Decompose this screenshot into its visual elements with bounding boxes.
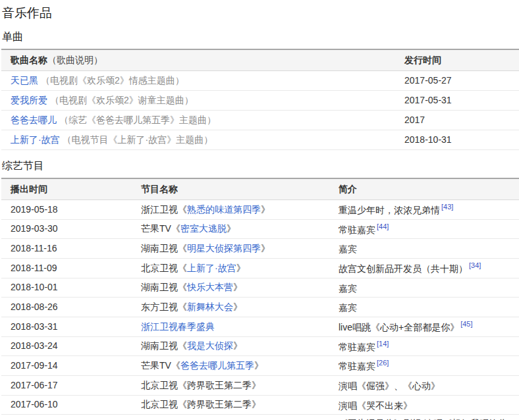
air-date: 2018-10-01 [1,278,132,298]
intro-text: 常驻嘉宾 [339,341,375,352]
release-date: 2018-10-31 [395,130,519,150]
air-date: 2017-09-14 [1,356,132,376]
intro-cell: 嘉宾 [329,298,519,317]
intro-cell: 重温少年时，浓浓兄弟情[43] [329,200,519,220]
program-cell: 北京卫视《上新了·故宫》 [132,258,329,278]
section-title-music-works: 音乐作品 [2,5,519,21]
table-row: 2019-03-30 芒果TV《密室大逃脱》 常驻嘉宾[44] [1,219,519,239]
program-cell: 北京卫视《跨界歌王第二季》 [132,375,329,395]
program-title-link[interactable]: 新舞林大会 [187,302,233,312]
table-row: 2017-06-17 北京卫视《跨界歌王第二季》 演唱《倔强》、《心动》 [1,375,519,395]
air-date: 2019-05-18 [1,200,132,220]
program-prefix: 北京卫视《 [141,263,187,273]
program-title-link[interactable]: 快乐大本营 [187,282,233,292]
intro-cell: 常驻嘉宾[26] [329,356,519,376]
reference-link[interactable]: [14] [377,340,389,348]
singles-table: 歌曲名称（歌曲说明） 发行时间 天已黑 （电视剧《欢乐颂2》情感主题曲） 201… [1,49,519,150]
singles-header-release-date: 发行时间 [395,49,519,71]
reference-link[interactable]: [45] [460,320,472,328]
singles-table-header-row: 歌曲名称（歌曲说明） 发行时间 [1,49,519,71]
program-cell: 东方卫视《新舞林大会》 [132,298,329,317]
song-cell: 爸爸去哪儿 （综艺《爸爸去哪儿第五季》主题曲） [1,111,395,130]
release-date: 2017-05-31 [395,91,519,111]
variety-header-air-date: 播出时间 [1,178,132,200]
table-row: 爸爸去哪儿 （综艺《爸爸去哪儿第五季》主题曲） 2017 [1,111,519,130]
intro-cell: 演唱《哭不出来》 [329,395,519,415]
program-suffix: 》 [236,263,246,273]
program-prefix: 北京卫视《跨界歌王第二季》 [141,380,261,390]
intro-text: live唱跳《心动+全部都是你》 [339,322,459,332]
song-title-link[interactable]: 上新了·故宫 [11,134,60,145]
variety-header-intro: 简介 [329,178,519,200]
table-row: 天已黑 （电视剧《欢乐颂2》情感主题曲） 2017-05-27 [1,71,519,91]
reference-link[interactable]: [26] [377,359,389,367]
intro-cell: 常驻嘉宾[14] [329,336,519,356]
program-title-link[interactable]: 明星大侦探第四季 [187,243,261,253]
reference-link[interactable]: [44] [377,223,389,230]
section-title-variety-shows: 综艺节目 [2,159,519,172]
program-prefix: 湖南卫视《 [141,340,187,351]
article-body: 音乐作品 单曲 歌曲名称（歌曲说明） 发行时间 天已黑 （电视剧《欢乐颂2》情感… [0,0,519,420]
reference-link[interactable]: [34] [469,261,481,269]
song-cell: 爱我所爱 （电视剧《欢乐颂2》谢童主题曲） [1,91,395,111]
song-cell: 上新了·故宫 （电视节目《上新了·故宫》主题曲） [1,130,395,150]
song-title-link[interactable]: 爱我所爱 [11,95,47,105]
program-cell: 湖南卫视《快乐大本营》 [132,415,329,420]
intro-text: 故宫文创新品开发员（共十期） [339,263,468,274]
program-cell: 芒果TV《密室大逃脱》 [132,219,329,239]
program-title-link[interactable]: 浙江卫视春季盛典 [141,321,215,332]
program-cell: 浙江卫视《熟悉的味道第四季》 [132,200,329,220]
program-suffix: 》 [261,243,270,253]
song-description: （综艺《爸爸去哪儿第五季》主题曲） [59,115,216,125]
intro-cell: live唱跳《心动+全部都是你》[45] [329,317,519,336]
program-prefix: 浙江卫视《 [141,204,187,215]
intro-text: 演唱《哭不出来》 [339,400,412,410]
intro-text: 嘉宾 [339,244,357,254]
air-date: 2018-11-16 [1,239,132,259]
intro-cell: 嘉宾 [329,239,519,259]
program-title-link[interactable]: 爸爸去哪儿第五季 [180,360,254,371]
program-prefix: 芒果TV《 [141,223,180,234]
air-date: 2018-03-31 [1,317,132,336]
intro-cell: 演唱《倔强》、《心动》 [329,375,519,395]
intro-text: 常驻嘉宾 [339,224,375,234]
program-suffix: 》 [254,360,263,371]
song-title-link[interactable]: 天已黑 [11,75,38,86]
program-suffix: 》 [233,302,242,312]
intro-text: 演唱《倔强》、《心动》 [339,381,440,391]
table-row: 2017-04-15 湖南卫视《快乐大本营》 《因为遇见你》剧组 演唱《想把我唱… [1,415,519,420]
intro-cell: 《因为遇见你》剧组 演唱《想把我唱给你听》 [329,415,519,420]
program-title-link[interactable]: 我是大侦探 [187,340,233,351]
program-cell: 湖南卫视《明星大侦探第四季》 [132,239,329,259]
program-title-link[interactable]: 密室大逃脱 [180,223,227,234]
song-cell: 天已黑 （电视剧《欢乐颂2》情感主题曲） [1,71,395,91]
program-suffix: 》 [227,223,236,234]
variety-header-program: 节目名称 [132,178,329,200]
singles-header-song-label: 歌曲名称 [11,55,47,65]
program-cell: 湖南卫视《我是大侦探》 [132,336,329,356]
song-description: （电视剧《欢乐颂2》情感主题曲） [41,75,184,86]
program-prefix: 湖南卫视《 [141,243,187,253]
singles-header-song: 歌曲名称（歌曲说明） [1,49,395,71]
program-suffix: 》 [261,204,270,215]
release-date: 2017 [395,111,519,130]
song-title-link[interactable]: 爸爸去哪儿 [11,115,57,125]
program-title-link[interactable]: 熟悉的味道第四季 [187,204,261,215]
air-date: 2017-04-15 [1,415,132,420]
program-suffix: 》 [233,282,242,292]
air-date: 2018-03-24 [1,336,132,356]
singles-header-song-note: （歌曲说明） [47,55,103,65]
air-date: 2017-06-17 [1,375,132,395]
intro-text: 重温少年时，浓浓兄弟情 [339,205,440,215]
table-row: 2018-11-16 湖南卫视《明星大侦探第四季》 嘉宾 [1,239,519,259]
program-prefix: 芒果TV《 [141,360,180,371]
air-date: 2018-08-26 [1,298,132,317]
table-row: 上新了·故宫 （电视节目《上新了·故宫》主题曲） 2018-10-31 [1,130,519,150]
table-row: 2017-06-10 北京卫视《跨界歌王第二季》 演唱《哭不出来》 [1,395,519,415]
intro-text: 嘉宾 [339,282,357,293]
program-title-link[interactable]: 上新了·故宫 [187,263,236,273]
program-prefix: 北京卫视《跨界歌王第二季》 [141,399,261,409]
reference-link[interactable]: [43] [441,203,453,211]
intro-text: 常驻嘉宾 [339,361,375,371]
program-cell: 湖南卫视《快乐大本营》 [132,278,329,298]
